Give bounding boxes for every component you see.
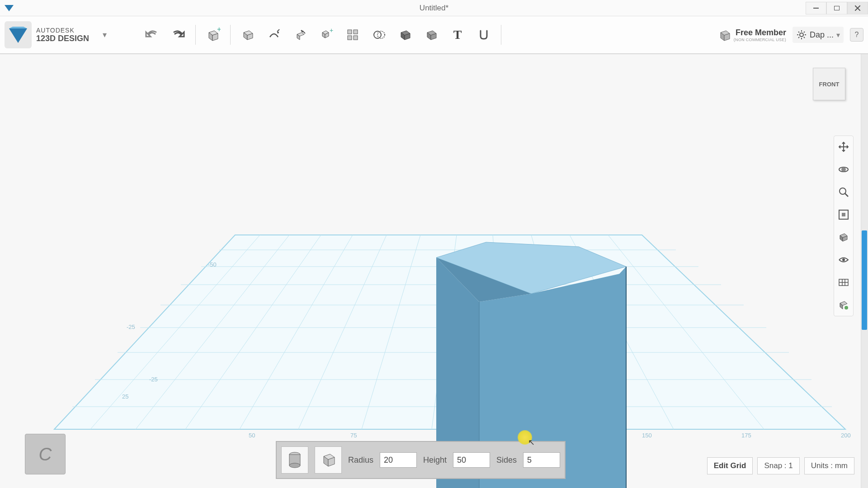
vertical-scrollbar[interactable] (861, 54, 868, 488)
app-mark-icon (0, 5, 18, 11)
materials-button[interactable] (835, 297, 852, 313)
app-logo-icon[interactable] (5, 21, 32, 48)
svg-marker-6 (9, 27, 27, 28)
viewcube-face-label: FRONT (819, 81, 840, 88)
height-label: Height (423, 455, 447, 465)
close-button[interactable] (847, 2, 868, 14)
svg-rect-1 (813, 8, 819, 9)
scrollbar-thumb[interactable] (862, 230, 867, 330)
parameters-panel: Radius Height Sides (276, 441, 566, 479)
app-menu-chevron-icon[interactable]: ▾ (103, 30, 107, 40)
svg-point-101 (844, 306, 848, 310)
svg-point-14 (277, 32, 279, 33)
brand-label: AUTODESK (36, 27, 89, 34)
svg-rect-26 (348, 36, 352, 40)
home-view-widget[interactable]: C (25, 434, 66, 474)
titlebar: Untitled* (0, 0, 868, 16)
window-controls (806, 2, 868, 14)
prism-solid-icon[interactable] (281, 446, 308, 474)
radius-label: Radius (348, 455, 373, 465)
radius-input[interactable] (380, 452, 417, 468)
svg-rect-2 (834, 6, 840, 10)
nav-toolbar (834, 136, 854, 316)
prism-wire-icon[interactable] (315, 446, 342, 474)
svg-text:+: + (217, 27, 221, 33)
home-icon: C (39, 444, 52, 465)
svg-rect-24 (348, 30, 352, 34)
modeling-group: + T (239, 26, 493, 44)
extrude-icon[interactable] (716, 26, 734, 44)
svg-line-45 (804, 37, 805, 38)
edit-grid-button[interactable]: Edit Grid (707, 457, 753, 474)
main-toolbar: AUTODESK 123D DESIGN ▾ + + T Free Member… (0, 16, 868, 54)
svg-line-47 (804, 32, 805, 33)
svg-point-94 (842, 258, 845, 261)
sketch-button[interactable] (239, 26, 257, 44)
primitives-button[interactable]: + (204, 26, 222, 44)
membership-line2: (NON COMMERCIAL USE) (734, 38, 786, 42)
viewport[interactable]: -50 -25 -25 25 50 75 150 175 200 ↖ (0, 54, 868, 488)
redo-button[interactable] (169, 26, 187, 44)
svg-marker-0 (5, 5, 14, 11)
svg-rect-90 (842, 213, 845, 216)
sides-label: Sides (496, 455, 517, 465)
snap-button[interactable] (475, 26, 493, 44)
fit-button[interactable] (835, 206, 852, 223)
window-title: Untitled* (420, 4, 448, 13)
separator (230, 25, 231, 45)
measure-button[interactable] (396, 26, 414, 44)
grid-toggle-button[interactable] (835, 274, 852, 291)
separator (195, 25, 196, 45)
gear-icon (796, 29, 807, 40)
units-display[interactable]: Units : mm (804, 457, 854, 474)
grouping-button[interactable] (344, 26, 362, 44)
membership-line1: Free Member (734, 28, 786, 38)
product-label: 123D DESIGN (36, 34, 89, 43)
svg-line-44 (798, 32, 799, 33)
membership-badge: Free Member (NON COMMERCIAL USE) (734, 28, 786, 42)
construct-button[interactable] (265, 26, 283, 44)
svg-rect-25 (354, 30, 358, 34)
viewcube[interactable]: FRONT (813, 68, 845, 100)
separator (501, 25, 501, 45)
svg-marker-5 (9, 28, 27, 43)
combine-button[interactable] (370, 26, 388, 44)
history-group (143, 26, 187, 44)
svg-rect-27 (354, 36, 358, 40)
svg-line-88 (845, 193, 848, 197)
user-name-label: Dap ... (810, 30, 834, 40)
snap-display[interactable]: Snap : 1 (757, 457, 799, 474)
sides-input[interactable] (523, 452, 560, 468)
text-button[interactable]: T (448, 26, 467, 44)
modify-button[interactable] (291, 26, 309, 44)
undo-button[interactable] (143, 26, 161, 44)
prism-shape[interactable] (0, 54, 868, 488)
user-menu[interactable]: Dap ... ▾ (793, 27, 844, 43)
orbit-button[interactable] (835, 161, 852, 178)
svg-point-39 (800, 33, 803, 37)
minimize-button[interactable] (806, 2, 826, 14)
maximize-button[interactable] (826, 2, 847, 14)
svg-point-87 (840, 188, 846, 194)
chevron-down-icon: ▾ (836, 31, 840, 39)
svg-point-86 (841, 167, 846, 172)
visibility-button[interactable] (835, 252, 852, 268)
svg-line-15 (277, 29, 279, 32)
svg-line-46 (798, 37, 799, 38)
help-button[interactable]: ? (850, 28, 863, 42)
height-input[interactable] (453, 452, 490, 468)
status-bar: Edit Grid Snap : 1 Units : mm (707, 457, 854, 474)
convert-button[interactable] (422, 26, 440, 44)
shading-button[interactable] (835, 229, 852, 245)
svg-point-104 (289, 463, 300, 468)
zoom-button[interactable] (835, 184, 852, 200)
svg-text:+: + (330, 28, 333, 34)
cursor-icon: ↖ (528, 437, 535, 447)
app-name: AUTODESK 123D DESIGN (36, 27, 89, 43)
pattern-button[interactable]: + (317, 26, 335, 44)
pan-button[interactable] (835, 139, 852, 155)
